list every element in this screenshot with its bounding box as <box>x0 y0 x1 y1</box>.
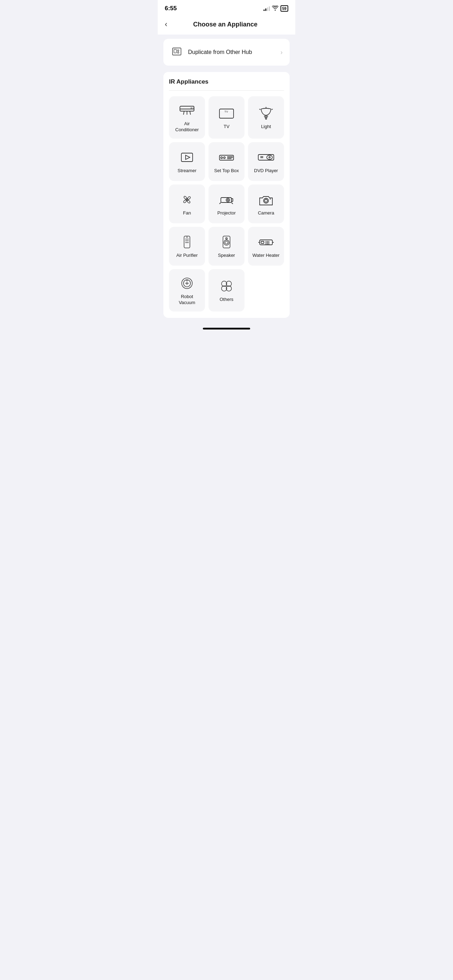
svg-point-29 <box>267 155 272 159</box>
svg-point-9 <box>191 108 192 109</box>
svg-point-42 <box>270 199 271 200</box>
appliance-grid: AirConditioner TV TV <box>169 96 284 312</box>
appliance-camera[interactable]: Camera <box>248 185 284 223</box>
light-icon <box>257 106 275 120</box>
water-heater-icon <box>257 235 275 249</box>
speaker-label: Speaker <box>218 253 235 259</box>
appliance-air-conditioner[interactable]: AirConditioner <box>169 96 205 138</box>
svg-line-8 <box>190 111 191 115</box>
tv-icon: TV <box>218 106 235 120</box>
svg-point-17 <box>265 118 267 119</box>
appliance-projector[interactable]: Projector <box>208 185 245 223</box>
page-header: ‹ Choose an Appliance <box>158 16 295 35</box>
camera-label: Camera <box>258 210 274 216</box>
set-top-box-label: Set Top Box <box>214 168 239 174</box>
svg-point-3 <box>178 52 179 53</box>
svg-rect-43 <box>184 236 190 248</box>
appliance-tv[interactable]: TV TV <box>208 96 245 138</box>
fan-icon <box>178 192 196 207</box>
signal-icon <box>264 6 270 11</box>
projector-label: Projector <box>217 210 236 216</box>
svg-point-41 <box>265 199 267 202</box>
speaker-icon <box>218 235 235 249</box>
svg-point-49 <box>225 241 228 244</box>
status-bar: 6:55 59 <box>158 0 295 16</box>
others-label: Others <box>219 297 233 303</box>
svg-rect-53 <box>261 241 264 243</box>
air-conditioner-icon <box>178 103 196 118</box>
air-conditioner-label: AirConditioner <box>175 121 199 133</box>
others-icon <box>218 279 235 293</box>
tv-label: TV <box>224 124 230 130</box>
back-button[interactable]: ‹ <box>165 20 173 29</box>
appliance-others[interactable]: Others <box>208 269 245 312</box>
battery-icon: 59 <box>280 5 288 12</box>
svg-line-19 <box>272 109 273 110</box>
appliance-fan[interactable]: Fan <box>169 185 205 223</box>
appliance-streamer[interactable]: Streamer <box>169 142 205 181</box>
air-purifier-icon <box>178 235 196 249</box>
status-icons: 59 <box>264 5 288 12</box>
appliance-set-top-box[interactable]: Set Top Box <box>208 142 245 181</box>
svg-point-35 <box>226 198 230 202</box>
section-divider <box>169 90 284 91</box>
robot-vacuum-label: RobotVacuum <box>179 294 196 306</box>
svg-point-30 <box>269 157 270 158</box>
appliance-speaker[interactable]: Speaker <box>208 227 245 266</box>
page-title: Choose an Appliance <box>173 21 278 28</box>
svg-rect-37 <box>231 199 233 201</box>
appliance-light[interactable]: Light <box>248 96 284 138</box>
svg-point-23 <box>221 157 223 159</box>
svg-line-39 <box>231 202 233 204</box>
water-heater-label: Water Heater <box>253 253 280 259</box>
svg-point-48 <box>224 240 229 245</box>
svg-point-51 <box>226 238 227 239</box>
hub-icon <box>170 45 183 59</box>
appliance-water-heater[interactable]: Water Heater <box>248 227 284 266</box>
status-time: 6:55 <box>165 5 177 12</box>
svg-rect-28 <box>258 154 274 160</box>
home-indicator <box>203 328 250 329</box>
robot-vacuum-icon <box>178 276 196 290</box>
appliance-robot-vacuum[interactable]: RobotVacuum <box>169 269 205 312</box>
svg-point-40 <box>264 198 269 203</box>
svg-line-38 <box>219 202 221 204</box>
appliance-dvd-player[interactable]: DVD Player <box>248 142 284 181</box>
svg-marker-21 <box>186 155 190 159</box>
streamer-icon <box>178 150 196 164</box>
dvd-player-icon <box>257 150 275 164</box>
light-label: Light <box>261 124 271 130</box>
set-top-box-icon <box>218 150 235 164</box>
svg-line-6 <box>183 111 184 115</box>
duplicate-label: Duplicate from Other Hub <box>188 49 252 56</box>
svg-rect-1 <box>174 49 176 53</box>
svg-point-2 <box>178 50 179 51</box>
svg-rect-20 <box>181 153 192 162</box>
svg-point-61 <box>186 280 188 281</box>
chevron-right-icon: › <box>280 49 283 56</box>
section-title: IR Appliances <box>169 78 284 85</box>
fan-label: Fan <box>183 210 191 216</box>
camera-icon <box>257 192 275 207</box>
appliance-air-purifier[interactable]: Air Purifier <box>169 227 205 266</box>
svg-point-24 <box>224 157 226 159</box>
svg-point-36 <box>227 199 229 201</box>
main-content: Duplicate from Other Hub › IR Appliances <box>158 35 295 322</box>
svg-rect-4 <box>180 106 194 111</box>
projector-icon <box>218 192 235 207</box>
wifi-icon <box>272 6 278 12</box>
duplicate-from-hub-button[interactable]: Duplicate from Other Hub › <box>163 39 290 65</box>
svg-text:TV: TV <box>224 110 228 113</box>
ir-appliances-section: IR Appliances AirConditioner <box>163 72 290 318</box>
streamer-label: Streamer <box>178 168 196 174</box>
dvd-player-label: DVD Player <box>254 168 278 174</box>
svg-line-18 <box>259 109 261 110</box>
air-purifier-label: Air Purifier <box>176 253 198 259</box>
